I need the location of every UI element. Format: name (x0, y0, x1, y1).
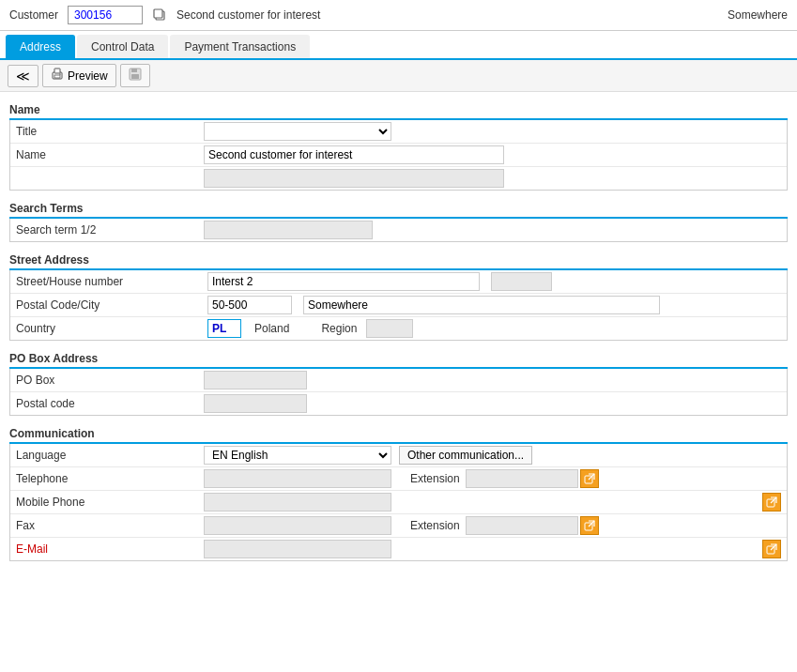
tab-address[interactable]: Address (6, 35, 75, 58)
name-section-body: Title Name (9, 120, 788, 191)
postal-label: Postal Code/City (16, 298, 204, 312)
region-label: Region (321, 322, 357, 335)
fax-label: Fax (16, 519, 204, 532)
search-terms-header: Search Terms (9, 198, 788, 219)
name-row-2 (10, 167, 787, 190)
street-address-section: Street Address Street/House number Posta… (9, 250, 788, 341)
street-row: Street/House number (10, 270, 787, 294)
collapse-icon: ≪ (16, 69, 30, 84)
communication-body: Language EN English Other communication.… (9, 444, 788, 561)
name-input-2[interactable] (204, 169, 504, 188)
toolbar: ≪ Preview (0, 60, 797, 92)
postal-code-input[interactable] (207, 296, 292, 314)
fax-external-icon[interactable] (580, 516, 599, 535)
search-terms-section: Search Terms Search term 1/2 (9, 198, 788, 242)
po-postal-row: Postal code (10, 392, 787, 415)
po-box-input[interactable] (204, 371, 307, 389)
svg-point-5 (59, 73, 61, 75)
print-icon (51, 68, 64, 84)
country-code-input[interactable] (207, 319, 241, 338)
svg-rect-1 (154, 9, 162, 18)
po-box-section: PO Box Address PO Box Postal code (9, 348, 788, 416)
mobile-row: Mobile Phone (10, 491, 787, 514)
header-bar: Customer 300156 Second customer for inte… (0, 0, 797, 31)
communication-section: Communication Language EN English Other … (9, 423, 788, 561)
name-label: Name (16, 148, 204, 161)
telephone-input[interactable] (204, 469, 391, 488)
communication-header: Communication (9, 423, 788, 444)
telephone-extension-label: Extension (410, 472, 460, 485)
collapse-button[interactable]: ≪ (8, 65, 38, 87)
mobile-input[interactable] (204, 493, 391, 512)
svg-rect-4 (54, 75, 60, 78)
name-row: Name (10, 144, 787, 167)
title-row: Title (10, 120, 787, 144)
save-button[interactable] (120, 64, 150, 87)
house-number-input[interactable] (491, 272, 552, 291)
language-label: Language (16, 449, 204, 462)
po-postal-label: Postal code (16, 397, 204, 410)
po-box-row: PO Box (10, 369, 787, 392)
street-input[interactable] (207, 272, 480, 291)
svg-rect-7 (131, 69, 137, 72)
customer-location: Somewhere (728, 8, 788, 22)
save-icon (129, 68, 142, 84)
language-select[interactable]: EN English (204, 446, 391, 465)
mobile-label: Mobile Phone (16, 496, 204, 509)
customer-description: Second customer for interest (176, 8, 320, 22)
street-address-body: Street/House number Postal Code/City Cou… (9, 270, 788, 341)
tabs-bar: Address Control Data Payment Transaction… (0, 31, 797, 60)
title-select[interactable] (204, 122, 391, 141)
city-input[interactable] (303, 296, 660, 314)
other-communication-button[interactable]: Other communication... (399, 446, 532, 465)
search-term-label: Search term 1/2 (16, 223, 204, 237)
svg-rect-3 (54, 69, 60, 73)
postal-row: Postal Code/City (10, 294, 787, 317)
search-term-input[interactable] (204, 221, 373, 239)
fax-row: Fax Extension (10, 514, 787, 538)
customer-id[interactable]: 300156 (68, 6, 143, 24)
email-input[interactable] (204, 540, 391, 558)
country-label: Country (16, 322, 204, 335)
name-section-header: Name (9, 99, 788, 120)
email-row: E-Mail (10, 538, 787, 560)
preview-button[interactable]: Preview (42, 64, 116, 87)
po-box-header: PO Box Address (9, 348, 788, 369)
street-address-header: Street Address (9, 250, 788, 270)
fax-extension-label: Extension (410, 519, 460, 532)
street-label: Street/House number (16, 275, 204, 288)
fax-extension-input[interactable] (466, 516, 578, 535)
email-external-icon[interactable] (762, 540, 781, 558)
fax-input[interactable] (204, 516, 391, 535)
tab-payment-transactions[interactable]: Payment Transactions (170, 35, 310, 58)
language-row: Language EN English Other communication.… (10, 444, 787, 467)
email-label: E-Mail (16, 542, 204, 556)
telephone-external-icon[interactable] (580, 469, 599, 488)
main-content: Name Title Name Search Terms Search term… (0, 99, 797, 561)
svg-rect-8 (131, 74, 139, 79)
customer-label: Customer (9, 8, 58, 22)
country-row: Country Poland Region (10, 317, 787, 340)
region-input[interactable] (366, 319, 413, 338)
tab-control-data[interactable]: Control Data (77, 35, 168, 58)
title-label: Title (16, 125, 204, 138)
search-term-row: Search term 1/2 (10, 219, 787, 241)
search-terms-body: Search term 1/2 (9, 219, 788, 242)
po-postal-input[interactable] (204, 394, 307, 413)
telephone-row: Telephone Extension (10, 467, 787, 491)
po-box-label: PO Box (16, 374, 204, 387)
po-box-body: PO Box Postal code (9, 369, 788, 416)
telephone-label: Telephone (16, 472, 204, 485)
mobile-external-icon[interactable] (762, 493, 781, 512)
preview-label: Preview (68, 69, 108, 83)
name-input[interactable] (204, 145, 504, 164)
copy-icon[interactable] (152, 8, 167, 23)
name-section: Name Title Name (9, 99, 788, 191)
telephone-extension-input[interactable] (466, 469, 578, 488)
country-name: Poland (254, 322, 289, 335)
